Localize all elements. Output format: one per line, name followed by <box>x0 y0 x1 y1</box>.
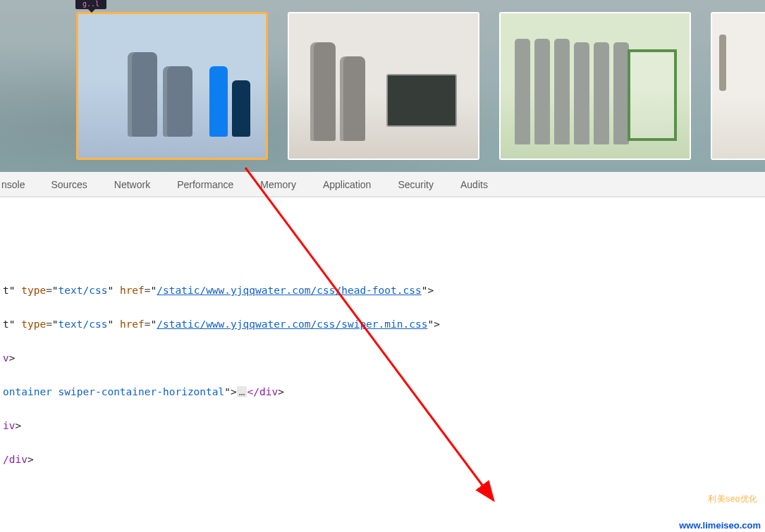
carousel-thumb-2[interactable] <box>288 12 479 160</box>
tab-memory[interactable]: Memory <box>247 172 310 197</box>
carousel-thumb-1[interactable] <box>76 12 268 160</box>
code-line-swiper[interactable]: ontainer swiper-container-horizontal">…<… <box>0 383 765 400</box>
tab-security[interactable]: Security <box>384 172 447 197</box>
code-line-link1[interactable]: t" type="text/css" href="/static/www.yjq… <box>0 282 765 299</box>
code-line-divclose-full[interactable]: /div> <box>0 451 765 468</box>
tab-application[interactable]: Application <box>310 172 385 197</box>
thumbnail-carousel: g..l <box>0 0 765 172</box>
inspector-badge: g..l <box>75 0 106 9</box>
code-line-link2[interactable]: t" type="text/css" href="/static/www.yjq… <box>0 316 765 333</box>
tab-audits[interactable]: Audits <box>447 172 501 197</box>
code-line-divclose-iv[interactable]: iv> <box>0 417 765 434</box>
tab-performance[interactable]: Performance <box>164 172 247 197</box>
devtools-tabbar: nsole Sources Network Performance Memory… <box>0 172 765 197</box>
tab-network[interactable]: Network <box>101 172 164 197</box>
elements-source-panel[interactable]: t" type="text/css" href="/static/www.yjq… <box>0 197 765 532</box>
code-line-divclose-v[interactable]: v> <box>0 349 765 366</box>
watermark-brand: 利美seo优化 <box>705 492 761 507</box>
carousel-thumb-4[interactable] <box>711 12 765 160</box>
carousel-thumb-3[interactable] <box>499 12 691 160</box>
watermark-url: www.limeiseo.com <box>679 520 761 531</box>
tab-console-partial[interactable]: nsole <box>0 172 37 197</box>
tab-sources[interactable]: Sources <box>37 172 100 197</box>
